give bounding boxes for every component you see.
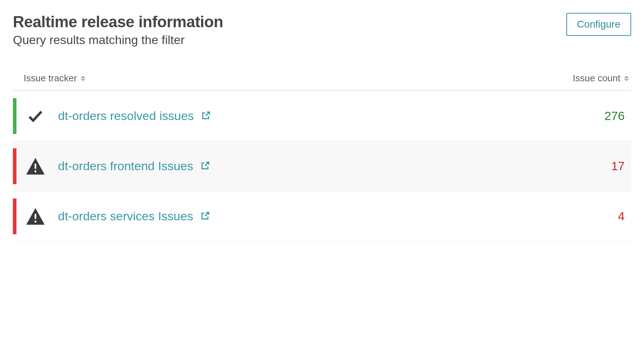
checkmark-icon <box>24 107 47 125</box>
title-block: Realtime release information Query resul… <box>13 13 223 47</box>
warning-icon <box>24 157 47 176</box>
sort-icon <box>80 76 86 81</box>
column-header-issue-tracker[interactable]: Issue tracker <box>24 73 573 84</box>
status-indicator <box>13 198 16 234</box>
external-link-icon[interactable] <box>201 110 211 122</box>
panel-header: Realtime release information Query resul… <box>13 13 631 47</box>
status-indicator <box>13 98 16 134</box>
column-header-label: Issue tracker <box>24 73 77 84</box>
svg-rect-2 <box>35 170 36 172</box>
configure-button[interactable]: Configure <box>566 13 631 36</box>
status-indicator <box>13 148 16 184</box>
issue-count: 17 <box>611 159 625 173</box>
sort-icon <box>624 76 629 81</box>
svg-line-6 <box>205 212 209 216</box>
svg-line-0 <box>206 112 210 116</box>
table-row[interactable]: dt-orders services Issues 4 <box>13 191 631 241</box>
tracker-cell: dt-orders services Issues <box>58 209 618 223</box>
tracker-cell: dt-orders resolved issues <box>58 109 604 123</box>
svg-rect-5 <box>35 220 36 222</box>
issue-count: 276 <box>604 109 625 123</box>
external-link-icon[interactable] <box>200 160 210 172</box>
column-header-label: Issue count <box>573 73 620 84</box>
external-link-icon[interactable] <box>200 211 210 222</box>
panel-title: Realtime release information <box>13 13 223 31</box>
svg-rect-1 <box>35 164 36 169</box>
table-row[interactable]: dt-orders resolved issues 276 <box>13 91 631 141</box>
table-row[interactable]: dt-orders frontend Issues 17 <box>13 141 631 191</box>
svg-rect-4 <box>35 214 36 219</box>
tracker-link[interactable]: dt-orders frontend Issues <box>58 159 193 173</box>
column-header-issue-count[interactable]: Issue count <box>573 73 629 84</box>
issue-tracker-table: Issue tracker Issue count dt-orders reso… <box>13 73 631 241</box>
tracker-link[interactable]: dt-orders services Issues <box>58 209 193 223</box>
svg-line-3 <box>205 162 209 166</box>
table-header-row: Issue tracker Issue count <box>13 73 631 91</box>
panel-subtitle: Query results matching the filter <box>13 33 223 47</box>
tracker-cell: dt-orders frontend Issues <box>58 159 611 173</box>
warning-icon <box>24 207 47 226</box>
tracker-link[interactable]: dt-orders resolved issues <box>58 109 194 123</box>
issue-count: 4 <box>618 209 625 223</box>
